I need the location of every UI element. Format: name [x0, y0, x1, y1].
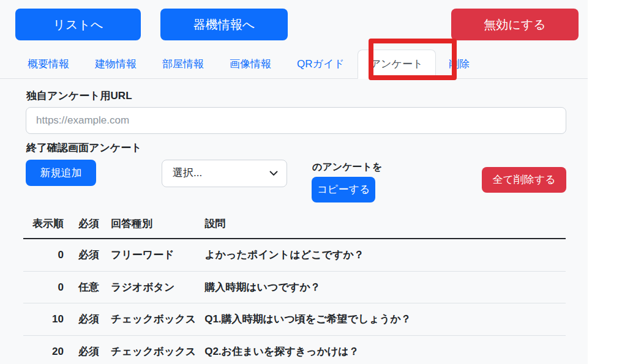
go-to-list-button[interactable]: リストへ [15, 9, 141, 40]
cell-answer-type: チェックボックス [105, 335, 202, 364]
cell-display-order: 0 [23, 239, 70, 271]
copy-caption: のアンケートを [312, 160, 382, 174]
cell-display-order: 20 [23, 335, 70, 364]
chevron-down-icon [269, 168, 279, 178]
tab-delete[interactable]: 削除 [436, 50, 482, 79]
cell-question: よかったポイントはどこですか？ [202, 239, 566, 271]
header-required: 必須 [70, 214, 105, 239]
cell-answer-type: チェックボックス [105, 303, 202, 336]
header-question: 設問 [202, 214, 566, 239]
tab-image-info[interactable]: 画像情報 [217, 50, 284, 79]
cell-question: Q1.購入時期はいつ頃をご希望でしょうか？ [202, 303, 566, 336]
survey-settings-page: リストへ 器機情報へ 無効にする 概要情報 建物情報 部屋情報 画像情報 QRガ… [0, 0, 588, 364]
cell-question: 購入時期はいつですか？ [202, 271, 566, 303]
tab-survey[interactable]: アンケート [358, 50, 437, 79]
cell-required: 必須 [70, 303, 105, 336]
survey-table: 表示順 必須 回答種別 設問 0 必須 フリーワード よかったポイントはどこです… [23, 214, 566, 364]
tab-qr-guide[interactable]: QRガイド [284, 50, 358, 79]
delete-all-button[interactable]: 全て削除する [482, 167, 566, 193]
cell-required: 必須 [70, 239, 105, 271]
copy-button[interactable]: コピーする [312, 177, 375, 202]
custom-survey-url-label: 独自アンケート用URL [26, 88, 566, 104]
table-header-row: 表示順 必須 回答種別 設問 [23, 214, 566, 239]
survey-controls-row: 新規追加 選択... のアンケートを コピーする 全て削除する [26, 160, 566, 202]
survey-select-dropdown[interactable]: 選択... [162, 160, 287, 187]
tab-building-info[interactable]: 建物情報 [82, 50, 149, 79]
cell-question: Q2.お住まいを探すきっかけは？ [202, 335, 566, 364]
survey-tab-content: 独自アンケート用URL 終了確認画面アンケート 新規追加 選択... のアンケー… [0, 79, 588, 364]
toolbar: リストへ 器機情報へ 無効にする [0, 0, 588, 40]
tab-room-info[interactable]: 部屋情報 [149, 50, 217, 79]
go-to-device-info-button[interactable]: 器機情報へ [160, 9, 288, 40]
table-row: 0 任意 ラジオボタン 購入時期はいつですか？ [23, 271, 566, 303]
end-confirmation-survey-label: 終了確認画面アンケート [26, 140, 566, 156]
disable-button[interactable]: 無効にする [451, 9, 579, 40]
cell-required: 必須 [70, 335, 105, 364]
tab-bar: 概要情報 建物情報 部屋情報 画像情報 QRガイド アンケート 削除 [0, 50, 588, 79]
cell-display-order: 10 [23, 303, 70, 336]
table-row: 0 必須 フリーワード よかったポイントはどこですか？ [23, 239, 566, 271]
table-row: 10 必須 チェックボックス Q1.購入時期はいつ頃をご希望でしょうか？ [23, 303, 566, 336]
header-answer-type: 回答種別 [105, 214, 202, 239]
cell-display-order: 0 [23, 271, 70, 303]
copy-group: のアンケートを コピーする [312, 160, 382, 202]
cell-required: 任意 [70, 271, 105, 303]
custom-survey-url-input[interactable] [26, 107, 566, 134]
header-display-order: 表示順 [23, 214, 70, 239]
table-row: 20 必須 チェックボックス Q2.お住まいを探すきっかけは？ [23, 335, 566, 364]
add-new-button[interactable]: 新規追加 [26, 160, 96, 186]
cell-answer-type: フリーワード [105, 239, 202, 271]
tab-overview-info[interactable]: 概要情報 [15, 50, 82, 79]
cell-answer-type: ラジオボタン [105, 271, 202, 303]
survey-select-value: 選択... [173, 165, 202, 181]
